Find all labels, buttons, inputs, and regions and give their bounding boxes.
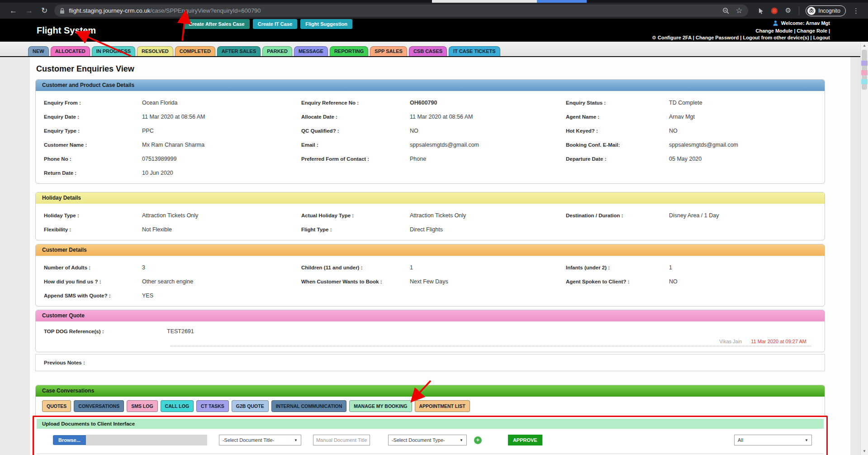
status-tab[interactable]: NEW — [28, 46, 49, 56]
zoom-out-icon[interactable] — [722, 7, 730, 14]
conversation-tab[interactable]: CALL LOG — [161, 400, 194, 412]
field-label: Departure Date : — [566, 156, 669, 162]
customer-quote-body: TOP DOG Reference(s) : TEST2691 Vikas Ja… — [36, 321, 825, 346]
conversation-tab[interactable]: MANAGE MY BOOKING — [349, 400, 412, 412]
account-line3[interactable]: ⚙Configure 2FA | Change Password | Logou… — [652, 34, 830, 41]
field-cell: Number of Adults :3 — [36, 264, 301, 271]
field-row: Customer Name :Mx Ram Charan Sharma Emai… — [36, 138, 825, 152]
conversation-tab[interactable]: INTERNAL COMMUNICATION — [271, 400, 347, 412]
field-value: PPC — [142, 128, 154, 134]
gear-extension-icon[interactable]: ⚙ — [785, 7, 791, 14]
conversation-tab[interactable]: CONVERSATIONS — [74, 400, 124, 412]
field-value: NO — [410, 128, 418, 134]
welcome-line: Welcome: Arnav Mgt — [652, 20, 830, 28]
field-value: 11 Mar 2020 at 08:56 AM — [142, 114, 205, 120]
scroll-down-icon[interactable]: ▼ — [861, 449, 868, 453]
forward-button[interactable]: → — [25, 7, 33, 14]
approve-button[interactable]: APPROVE — [508, 435, 542, 445]
bookmark-star-icon[interactable]: ☆ — [736, 7, 743, 14]
field-value: Not Flexible — [142, 226, 172, 233]
field-label: Agent Name : — [566, 114, 669, 120]
status-tab[interactable]: SPP SALES — [370, 46, 407, 56]
file-name-box[interactable] — [86, 435, 207, 445]
field-value: Ocean Florida — [142, 100, 178, 106]
conversation-tab-row: QUOTESCONVERSATIONSSMS LOGCALL LOGCT TAS… — [36, 397, 825, 415]
status-tab[interactable]: PARKED — [262, 46, 292, 56]
field-value: 11 Mar 2020 at 08:56 AM — [410, 114, 473, 120]
field-label: TOP DOG Reference(s) : — [36, 329, 167, 334]
status-tab[interactable]: AFTER SALES — [217, 46, 261, 56]
field-value: 10 Jun 2020 — [142, 170, 173, 176]
scroll-up-icon[interactable]: ▲ — [861, 43, 868, 48]
status-tab[interactable]: RESOLVED — [137, 46, 173, 56]
conversation-tab[interactable]: G2B QUOTE — [232, 400, 269, 412]
field-label: QC Qualified? : — [301, 128, 410, 134]
field-value: 1 — [410, 264, 413, 271]
status-tab[interactable]: IN PROGRESS — [92, 46, 135, 56]
reload-button[interactable]: ↻ — [41, 7, 47, 14]
field-cell: Holiday Type :Attraction Tickets Only — [36, 212, 301, 219]
browse-button[interactable]: Browse... — [53, 435, 86, 445]
status-tab[interactable]: IT CASE TICKETS — [449, 46, 500, 56]
status-tab[interactable]: REPORTING — [330, 46, 368, 56]
section-header-holiday-details: Holiday Details — [36, 192, 825, 204]
field-label: Flight Type : — [301, 227, 410, 232]
field-label: Number of Adults : — [36, 265, 142, 270]
field-label: Holiday Type : — [36, 213, 142, 218]
manual-document-title-input[interactable] — [313, 435, 370, 445]
header-action-button[interactable]: Create After Sales Case — [184, 19, 250, 29]
viewed-filter-select[interactable]: All ▼ — [734, 435, 812, 445]
header-action-button[interactable]: Create IT Case — [253, 19, 297, 29]
field-cell: Children (11 and under) :1 — [301, 264, 566, 271]
field-row: Number of Adults :3 Children (11 and und… — [36, 260, 825, 274]
conversation-tab[interactable]: QUOTES — [42, 400, 71, 412]
status-tab[interactable]: CSB CASES — [409, 46, 447, 56]
status-tab[interactable]: COMPLETED — [175, 46, 215, 56]
field-value: sppsalesmgtds@gmail.com — [669, 142, 738, 148]
header-action-button[interactable]: Flight Suggestion — [300, 19, 352, 29]
quote-meta: Vikas Jain 11 Mar 2020 at 09:27 AM — [36, 338, 825, 345]
page-scrollbar[interactable]: ▲ ▼ — [860, 42, 868, 455]
field-cell: Infants (under 2) :1 — [566, 264, 825, 271]
red-extension-icon[interactable] — [771, 8, 778, 14]
field-row: Phone No :07513989999 Preferred Form of … — [36, 152, 825, 166]
cursor-extension-icon[interactable] — [758, 8, 764, 14]
field-value: 05 May 2020 — [669, 156, 702, 162]
field-label: Agent Spoken to Client? : — [566, 279, 669, 284]
field-value: NO — [669, 128, 678, 134]
document-title-select[interactable]: -Select Document Title- ▼ — [219, 435, 301, 445]
app-brand: Flight System — [37, 25, 96, 36]
field-row: Append SMS with Quote? :YES — [36, 288, 825, 302]
documents-table-header: SelectTitleFile NameTypeShowApproveAgent… — [37, 453, 824, 455]
field-cell: Flexibility :Not Flexible — [36, 226, 301, 233]
field-label: Append SMS with Quote? : — [36, 293, 142, 298]
section-header-customer-details: Customer Details — [36, 244, 825, 256]
field-label: Children (11 and under) : — [301, 265, 410, 270]
browser-menu-kebab-icon[interactable]: ⋮ — [853, 7, 859, 14]
add-document-icon[interactable]: + — [474, 436, 482, 444]
conversation-tab[interactable]: APPOINTMENT LIST — [415, 400, 470, 412]
field-label: Actual Holiday Type : — [301, 213, 410, 218]
field-cell: Enquiry From :Ocean Florida — [36, 100, 301, 106]
top-dog-reference-value: TEST2691 — [167, 328, 194, 335]
back-button[interactable]: ← — [9, 7, 17, 14]
field-label: Email : — [301, 142, 410, 148]
status-tab[interactable]: ALLOCATED — [51, 46, 90, 56]
previous-notes-label: Previous Notes : — [44, 360, 85, 365]
upload-controls-row: Browse... -Select Document Title- ▼ -Sel… — [53, 434, 824, 446]
document-type-select[interactable]: -Select Document Type- ▼ — [388, 435, 467, 445]
field-value: 1 — [669, 264, 672, 271]
status-tab[interactable]: MESSAGE — [294, 46, 328, 56]
field-label: Hot Keyed? : — [566, 128, 669, 134]
url-bar[interactable]: flight.staging.journey-crm.co.uk/case/SP… — [54, 5, 748, 17]
field-cell: Customer Name :Mx Ram Charan Sharma — [36, 142, 301, 148]
section-case-conversations: Case Conversations QUOTESCONVERSATIONSSM… — [35, 385, 825, 455]
field-value: sppsalesmgtds@gmail.com — [410, 142, 479, 148]
field-cell: Enquiry Reference No :OH600790 — [301, 100, 566, 106]
conversation-tab[interactable]: SMS LOG — [127, 400, 157, 412]
conversation-tab[interactable]: CT TASKS — [196, 400, 229, 412]
account-links: Welcome: Arnav Mgt Change Module | Chang… — [652, 20, 830, 41]
field-label: Phone No : — [36, 156, 142, 162]
page-title: Customer Enquiries View — [36, 64, 850, 74]
account-line2[interactable]: Change Module | Change Role | — [652, 28, 830, 34]
